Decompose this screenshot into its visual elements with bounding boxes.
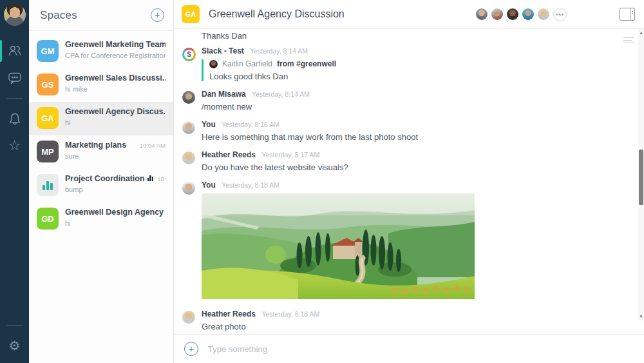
space-title: Greenwell Agency Discus... (65, 107, 166, 116)
sender-avatar[interactable] (182, 152, 195, 164)
space-avatar: GD (37, 208, 59, 230)
space-item-marketing-plans[interactable]: MP Marketing plans 10:04 AM sure (29, 135, 173, 169)
sidebar-title: Spaces (40, 9, 77, 22)
chat-icon (7, 71, 23, 85)
active-indicator (0, 40, 2, 62)
gear-icon: ⚙ (9, 339, 21, 352)
space-preview: hi (65, 119, 166, 126)
quoted-message: Kaitlin Garfield from #greenwell Looks g… (202, 59, 635, 81)
message-time: Yesterday, 8:16 AM (222, 121, 279, 128)
participant-avatar[interactable] (491, 8, 503, 20)
app-window: ☆ ⚙ Spaces + GM Greenwell Marketing Team… (0, 0, 644, 363)
message-time: Yesterday, 8:14 AM (250, 47, 308, 55)
slack-logo-avatar[interactable]: S (182, 48, 196, 61)
space-item-greenwell-sales[interactable]: GS Greenwell Sales Discussi... 10:05 AM … (29, 68, 173, 102)
message: Heather Reeds Yesterday, 8:17 AM Do you … (182, 150, 635, 172)
space-preview: bump (65, 186, 166, 193)
space-item-greenwell-agency[interactable]: GA Greenwell Agency Discus... 10:04 AM h… (29, 102, 173, 135)
space-time: 10:03 AM (164, 209, 166, 216)
message-sender: Dan Misawa (202, 90, 246, 99)
user-avatar[interactable] (4, 4, 26, 26)
message-text: Do you have the latest website visuals? (202, 162, 635, 172)
scroll-down-arrow[interactable]: ▼ (638, 314, 644, 319)
space-preview: sure (65, 152, 166, 160)
space-title: Greenwell Design Agency (65, 208, 164, 217)
more-participants-button[interactable]: ••• (553, 8, 567, 21)
bell-icon (7, 112, 23, 126)
space-title: Marketing plans (65, 141, 126, 150)
message-text: /moment new (202, 102, 635, 112)
landscape-photo (202, 193, 475, 299)
participant-avatar[interactable] (538, 8, 549, 20)
sender-avatar[interactable] (182, 91, 195, 104)
message-text: Thanks Dan (202, 31, 635, 41)
space-item-greenwell-design[interactable]: GD Greenwell Design Agency 10:03 AM hi (29, 202, 173, 236)
quote-author-avatar (209, 60, 218, 68)
message-continuation: Thanks Dan (182, 31, 635, 41)
attach-button[interactable]: + (184, 342, 198, 356)
message-with-image: You Yesterday, 8:18 AM (182, 181, 635, 299)
message-composer: + (174, 334, 644, 363)
star-icon: ☆ (8, 139, 21, 153)
space-item-project-coordination[interactable]: Project Coordination 10:04 AM bump (29, 169, 173, 202)
rail-divider-bottom (6, 325, 23, 326)
space-list: GM Greenwell Marketing Team 10:06 AM CPA… (29, 31, 173, 236)
message: S Slack - Test Yesterday, 8:14 AM Kaitli… (182, 46, 635, 81)
space-time: 10:04 AM (136, 142, 166, 149)
nav-chats[interactable] (0, 64, 29, 92)
space-avatar: GS (37, 74, 59, 95)
space-avatar: MP (37, 141, 59, 162)
message-list: Thanks Dan S Slack - Test Yesterday, 8:1… (174, 29, 644, 334)
message-time: Yesterday, 8:14 AM (252, 90, 310, 98)
scrollbar-thumb[interactable] (639, 150, 643, 205)
message-input[interactable] (208, 344, 634, 354)
message-time: Yesterday, 8:18 AM (222, 181, 279, 189)
bar-chart-icon (43, 180, 53, 190)
space-time: 10:04 AM (153, 175, 166, 182)
conversation-header: GA Greenwell Agency Discussion ••• (174, 0, 644, 29)
scroll-up-arrow[interactable]: ▲ (638, 30, 644, 35)
message-sender: You (202, 181, 216, 190)
message-sender: Heather Reeds (202, 309, 256, 319)
space-title: Greenwell Sales Discussi... (65, 74, 166, 83)
space-preview: hi (65, 219, 166, 227)
sender-avatar[interactable] (182, 182, 195, 195)
space-title: Greenwell Marketing Team (65, 40, 166, 49)
sender-avatar[interactable] (182, 121, 195, 134)
space-item-greenwell-marketing[interactable]: GM Greenwell Marketing Team 10:06 AM CPA… (29, 35, 173, 68)
message-time: Yesterday, 8:18 AM (261, 310, 319, 318)
shared-photo[interactable] (202, 193, 475, 299)
nav-rail: ☆ ⚙ (0, 0, 29, 363)
message-sender: Slack - Test (202, 46, 244, 55)
nav-settings[interactable]: ⚙ (0, 332, 29, 359)
nav-spaces[interactable] (0, 37, 29, 64)
participant-avatar[interactable] (507, 8, 518, 20)
quote-source: from #greenwell (277, 59, 336, 68)
panel-toggle-icon[interactable] (620, 8, 635, 21)
message: You Yesterday, 8:16 AM Here is something… (182, 120, 635, 142)
participant-avatar[interactable] (476, 8, 488, 20)
spaces-sidebar: Spaces + GM Greenwell Marketing Team 10:… (29, 0, 174, 363)
message-text: Great photo (202, 322, 635, 331)
rail-divider (6, 98, 23, 99)
scrollbar[interactable]: ▲ ▼ (638, 29, 644, 320)
message-text: Here is something that may work from the… (202, 132, 635, 142)
participant-avatars: ••• (476, 8, 567, 21)
bar-chart-icon (147, 175, 154, 181)
participant-avatar[interactable] (522, 8, 534, 20)
message: Heather Reeds Yesterday, 8:18 AM Great p… (182, 309, 635, 331)
sender-avatar[interactable] (182, 311, 195, 324)
space-preview: CPA for Conference Registration is down.… (65, 52, 166, 59)
message-sender: Heather Reeds (202, 150, 256, 159)
space-preview: hi mike (65, 85, 166, 93)
space-avatar: GA (37, 107, 59, 129)
sidebar-header: Spaces + (29, 0, 173, 31)
message-text: Looks good thks Dan (209, 72, 635, 81)
people-icon (7, 44, 23, 58)
nav-favorites[interactable]: ☆ (0, 132, 29, 159)
space-avatar (37, 174, 59, 196)
nav-notifications[interactable] (0, 105, 29, 132)
room-title: Greenwell Agency Discussion (209, 8, 345, 20)
add-space-button[interactable]: + (151, 8, 164, 22)
room-avatar: GA (182, 5, 200, 23)
